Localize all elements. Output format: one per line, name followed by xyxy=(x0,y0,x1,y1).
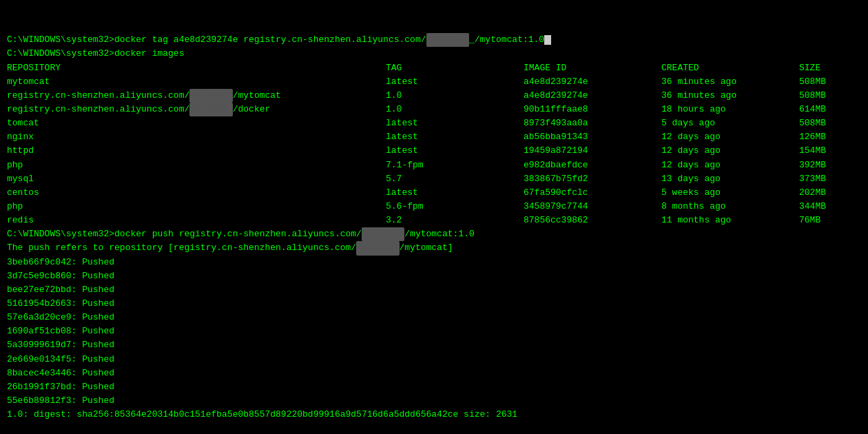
table-row-tag: latest xyxy=(386,144,524,158)
table-row-created: 36 minutes ago xyxy=(661,89,799,103)
table-row-size: 508MB xyxy=(799,116,868,130)
table-row-id: e982dbaefdce xyxy=(524,158,661,172)
table-row-id: a4e8d239274e xyxy=(524,89,661,103)
table-row-created: 13 days ago xyxy=(661,172,799,186)
table-row-tag: 5.7 xyxy=(386,172,524,186)
table-row-tag: 7.1-fpm xyxy=(386,158,524,172)
table-row-size: 76MB xyxy=(799,214,868,227)
table-row-size: 508MB xyxy=(799,75,868,89)
table-row-created: 11 months ago xyxy=(661,214,799,227)
table-row-size: 508MB xyxy=(799,89,868,103)
table-row-repo: tomcat xyxy=(7,116,386,130)
table-row-repo: php xyxy=(7,200,386,214)
table-row-id: 87856cc39862 xyxy=(524,214,661,227)
table-row-created: 8 months ago xyxy=(661,200,799,214)
table-row-tag: 1.0 xyxy=(386,89,524,103)
blurred-text: XXXXXXXX xyxy=(426,33,469,47)
table-row-id: a4e8d239274e xyxy=(524,75,661,89)
table-row-tag: 3.2 xyxy=(386,214,524,227)
table-row-id: 8973f493aa0a xyxy=(524,116,661,130)
col-header-repo: REPOSITORY xyxy=(7,61,386,75)
table-row-tag: latest xyxy=(386,186,524,200)
table-row-size: 614MB xyxy=(799,103,868,116)
table-row-size: 373MB xyxy=(799,172,868,186)
table-row-repo: redis xyxy=(7,214,386,227)
blurred-text: XXXXXXXX xyxy=(362,227,404,241)
terminal: (function() { const data = JSON.parse(do… xyxy=(7,6,861,428)
table-row-repo: php xyxy=(7,158,386,172)
table-row-created: 18 hours ago xyxy=(661,103,799,116)
table-row-repo: mytomcat xyxy=(7,75,386,89)
table-row-repo: centos xyxy=(7,186,386,200)
table-row-size: 154MB xyxy=(799,144,868,158)
table-row-tag: 5.6-fpm xyxy=(386,200,524,214)
table-row-size: 344MB xyxy=(799,200,868,214)
col-header-created: CREATED xyxy=(661,61,799,75)
table-row-repo: registry.cn-shenzhen.aliyuncs.com/XXXXXX… xyxy=(7,89,386,103)
table-row-created: 36 minutes ago xyxy=(661,75,799,89)
table-row-created: 12 days ago xyxy=(661,144,799,158)
table-row-id: 67fa590cfclc xyxy=(524,186,661,200)
table-row-created: 12 days ago xyxy=(661,130,799,144)
blurred-text: XXXXXXXX xyxy=(189,103,232,116)
table-row-tag: latest xyxy=(386,130,524,144)
col-header-tag: TAG xyxy=(386,61,524,75)
table-row-id: ab56bba91343 xyxy=(524,130,661,144)
table-row-repo: httpd xyxy=(7,144,386,158)
table-row-id: 3458979c7744 xyxy=(524,200,661,214)
table-row-tag: 1.0 xyxy=(386,103,524,116)
col-header-size: SIZE xyxy=(799,61,868,75)
table-row-repo: registry.cn-shenzhen.aliyuncs.com/XXXXXX… xyxy=(7,103,386,116)
table-row-size: 202MB xyxy=(799,186,868,200)
table-row-tag: latest xyxy=(386,75,524,89)
table-row-size: 392MB xyxy=(799,158,868,172)
cursor xyxy=(544,35,551,45)
table-row-id: 90b11fffaae8 xyxy=(524,103,661,116)
table-row-created: 5 weeks ago xyxy=(661,186,799,200)
table-row-created: 12 days ago xyxy=(661,158,799,172)
table-row-created: 5 days ago xyxy=(661,116,799,130)
table-row-size: 126MB xyxy=(799,130,868,144)
table-row-repo: nginx xyxy=(7,130,386,144)
blurred-text: XXXXXXXX xyxy=(189,89,232,103)
table-row-repo: mysql xyxy=(7,172,386,186)
blurred-text: XXXXXXXX xyxy=(356,241,399,255)
table-row-tag: latest xyxy=(386,116,524,130)
table-row-id: 383867b75fd2 xyxy=(524,172,661,186)
table-row-id: 19459a872194 xyxy=(524,144,661,158)
col-header-id: IMAGE ID xyxy=(524,61,661,75)
